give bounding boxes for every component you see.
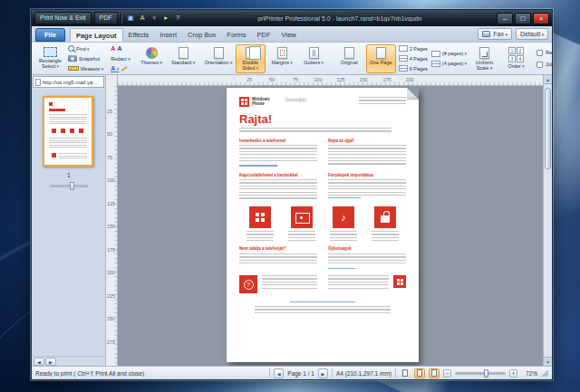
- view-mode-single-button[interactable]: [414, 368, 425, 378]
- four-pages-alt-label: (4 pages): [442, 61, 467, 66]
- order-button[interactable]: 1 2 3 4 Order: [501, 44, 531, 73]
- repeat-checkbox[interactable]: Repeat: [536, 48, 552, 58]
- document-page[interactable]: Windows Phone Üdvözöljük! Rajta! Ismerke…: [227, 88, 419, 362]
- status-bar: Ready to print ( Ctrl+'t' Print All and …: [32, 366, 552, 379]
- preview-area[interactable]: 25 50 75 100 125 150 175 200 Windows: [118, 75, 552, 366]
- pages-per-sheet-group: Original One Page 2 Pages 4 Pages 6 Page…: [333, 43, 533, 73]
- thumbnail-panel: http://us.mg5.mail.ya... 1 ◀: [32, 75, 106, 366]
- palette-icon: [146, 47, 158, 59]
- slider-handle[interactable]: [70, 182, 74, 190]
- ruler-icon: [68, 66, 79, 71]
- windows-phone-logo: [239, 97, 249, 107]
- four-pages-alt-icon: [431, 61, 440, 67]
- tab-forms[interactable]: Forms: [221, 28, 251, 42]
- six-pages-button[interactable]: 6 Pages: [398, 64, 429, 72]
- scrollbar-thumb[interactable]: [545, 88, 551, 169]
- redact-label: Redact: [111, 56, 130, 62]
- rectangle-select-button[interactable]: Rectangle Select: [35, 44, 65, 73]
- section-row-3: Nem találja a telefonját? Újdonságok: [239, 246, 406, 271]
- maximize-button[interactable]: □: [515, 13, 531, 24]
- printer-icon: [482, 31, 490, 37]
- orientation-button[interactable]: Orientation: [204, 44, 234, 73]
- original-button[interactable]: Original: [334, 44, 364, 73]
- custom-pages-icon: [431, 51, 440, 57]
- ruler-mark: 25: [246, 77, 252, 82]
- standard-button[interactable]: Standard: [169, 44, 198, 73]
- previous-page-button[interactable]: ◀: [274, 368, 284, 378]
- find-button[interactable]: Find: [67, 44, 104, 53]
- gutters-label: Gutters: [304, 60, 324, 66]
- photos-tile-icon: [291, 206, 313, 228]
- tab-view[interactable]: View: [276, 28, 302, 42]
- horizontal-ruler: 25 50 75 100 125 150 175 200: [118, 75, 543, 86]
- ruler-mark: 200: [405, 77, 413, 82]
- titlebar[interactable]: Print Now & Exit PDF ▣ A × ▸ ? priPrinte…: [32, 10, 552, 26]
- measure-button[interactable]: Measure: [67, 64, 104, 72]
- preset-select[interactable]: Default: [516, 28, 548, 40]
- themes-button[interactable]: Themes: [137, 44, 167, 73]
- uniform-scale-button[interactable]: Uniform Scale: [469, 44, 499, 73]
- redact-button[interactable]: Redact: [110, 54, 130, 62]
- six-pages-icon: [399, 65, 408, 72]
- pdf-button[interactable]: PDF: [94, 12, 118, 24]
- page-view-icon: [417, 369, 422, 377]
- view-mode-continuous-button[interactable]: [400, 368, 411, 378]
- custom-pages-button[interactable]: (# pages): [430, 50, 468, 58]
- resize-grip[interactable]: [541, 369, 548, 377]
- qat-help-icon[interactable]: ?: [173, 13, 183, 24]
- four-pages-button[interactable]: 4 Pages: [398, 54, 429, 62]
- pen-icon: [121, 65, 128, 71]
- question-mark-icon: ?: [244, 280, 254, 290]
- text-placeholder: [246, 231, 274, 242]
- document-url-field[interactable]: http://us.mg5.mail.ya...: [33, 76, 104, 88]
- minimize-button[interactable]: –: [497, 13, 513, 24]
- four-pages-alt-button[interactable]: (4 pages): [430, 60, 468, 68]
- job-from-new-sheet-checkbox[interactable]: Job from New Sheet: [536, 60, 552, 70]
- zoom-in-button[interactable]: +: [509, 369, 517, 378]
- scroll-right-button[interactable]: ▶: [45, 358, 56, 366]
- header-meta: [359, 97, 406, 105]
- preview-scrollbar[interactable]: ▲ ▼: [543, 75, 552, 366]
- qat-next-icon[interactable]: ▸: [161, 13, 171, 24]
- page-thumbnail[interactable]: [43, 96, 93, 167]
- thumbnail-size-slider[interactable]: [50, 185, 88, 187]
- custom-pages-label: (# pages): [442, 51, 467, 56]
- main-area: http://us.mg5.mail.ya... 1 ◀: [32, 75, 552, 366]
- qat-delete-icon[interactable]: ×: [150, 13, 160, 24]
- two-pages-button[interactable]: 2 Pages: [398, 44, 429, 53]
- zoom-slider[interactable]: [455, 372, 506, 375]
- zoom-out-button[interactable]: −: [443, 369, 451, 378]
- qat-page-icon[interactable]: ▣: [126, 13, 136, 24]
- print-now-exit-button[interactable]: Print Now & Exit: [34, 12, 92, 24]
- margins-label: Margins: [271, 60, 292, 66]
- zoom-slider-handle[interactable]: [484, 369, 488, 378]
- small-tile-icon: [393, 275, 406, 288]
- ruler-mark: 50: [107, 131, 112, 137]
- ruler-mark: 100: [314, 77, 322, 82]
- scroll-down-icon[interactable]: ▼: [544, 357, 552, 366]
- file-menu-button[interactable]: File: [35, 28, 65, 42]
- ribbon-tab-bar: File Page Layout Effects Insert Crop Box…: [32, 26, 552, 43]
- next-page-button[interactable]: ▶: [318, 368, 328, 378]
- scroll-up-icon[interactable]: ▲: [544, 75, 552, 84]
- tab-effects[interactable]: Effects: [123, 28, 155, 42]
- printer-select[interactable]: Fax: [478, 28, 512, 40]
- page-icon: [179, 47, 188, 59]
- qat-text-icon[interactable]: A: [138, 13, 148, 24]
- tab-pdf[interactable]: PDF: [252, 28, 276, 42]
- tab-page-layout[interactable]: Page Layout: [70, 28, 123, 42]
- printer-combos: Fax Default: [478, 28, 548, 42]
- scroll-left-button[interactable]: ◀: [34, 358, 44, 366]
- redact-style-buttons[interactable]: A: [110, 64, 130, 72]
- tab-insert[interactable]: Insert: [154, 28, 182, 42]
- close-button[interactable]: ×: [533, 13, 549, 24]
- tab-crop-box[interactable]: Crop Box: [182, 28, 221, 42]
- margins-button[interactable]: Margins: [267, 44, 297, 73]
- redact-color-buttons[interactable]: A A: [110, 44, 130, 53]
- gutters-button[interactable]: Gutters: [299, 44, 329, 73]
- view-mode-facing-button[interactable]: [429, 368, 440, 378]
- snapshot-button[interactable]: Snapshot: [67, 54, 104, 62]
- four-pages-label: 4 Pages: [410, 56, 428, 62]
- one-page-button[interactable]: One Page: [366, 44, 396, 73]
- double-sided-button[interactable]: Double Sided: [236, 44, 266, 73]
